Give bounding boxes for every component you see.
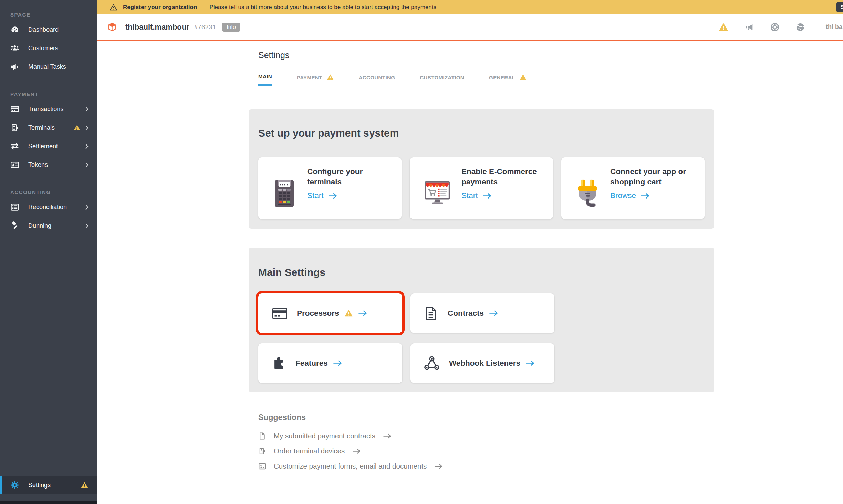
sidebar-bottom-strip [0, 501, 97, 504]
page-title: Settings [258, 50, 289, 60]
tab-label: GENERAL [489, 75, 515, 81]
suggestion-customize-forms[interactable]: Customize payment forms, email and docum… [258, 459, 637, 474]
suggestions-section: Suggestions My submitted payment contrac… [258, 413, 637, 474]
card-title: Enable E-Commerce payments [461, 167, 537, 186]
sidebar-item-customers[interactable]: Customers [0, 39, 97, 57]
info-badge[interactable]: Info [222, 23, 240, 32]
sidebar-section-accounting: ACCOUNTING [10, 189, 97, 195]
tab-label: MAIN [258, 74, 272, 79]
ecommerce-storefront-icon [423, 167, 452, 219]
sidebar-section-payment: PAYMENT [10, 91, 97, 97]
webhook-icon [424, 355, 440, 372]
start-link[interactable]: Start [461, 191, 548, 200]
warning-icon [344, 309, 353, 318]
card-processors[interactable]: Processors [258, 293, 402, 333]
file-icon [258, 432, 266, 440]
sidebar: SPACE Dashboard Customers Manual Tasks P… [0, 0, 97, 504]
suggestion-label: Order terminal devices [274, 447, 345, 455]
arrow-right-icon [489, 310, 498, 317]
tab-main[interactable]: MAIN [258, 74, 272, 86]
sidebar-item-dashboard[interactable]: Dashboard [0, 20, 97, 39]
tab-label: CUSTOMIZATION [420, 75, 464, 81]
globe-icon[interactable] [795, 22, 805, 32]
card-title: Webhook Listeners [449, 359, 520, 368]
card-configure-terminals[interactable]: Configure your terminals Start [258, 157, 402, 219]
sidebar-item-label: Transactions [28, 106, 63, 113]
top-header: thibault.mambour #76231 Info thi ba [97, 14, 843, 41]
sidebar-item-settlement[interactable]: Settlement [0, 137, 97, 156]
chevron-right-icon [85, 205, 89, 210]
sidebar-item-label: Reconciliation [28, 204, 67, 211]
banner-message: Please tell us a bit more about your bus… [209, 4, 436, 11]
link-label: Start [461, 191, 478, 200]
tab-label: ACCOUNTING [359, 75, 395, 81]
chevron-right-icon [85, 162, 89, 168]
megaphone-icon [10, 62, 19, 71]
warning-icon[interactable] [718, 22, 729, 32]
sidebar-item-label: Dunning [28, 222, 51, 229]
tab-general[interactable]: GENERAL [489, 74, 527, 86]
chevron-right-icon [85, 107, 89, 112]
sidebar-item-manual-tasks[interactable]: Manual Tasks [0, 57, 97, 76]
card-title: Configure your terminals [307, 167, 363, 186]
card-contracts[interactable]: Contracts [410, 293, 554, 333]
start-link[interactable]: Start [307, 191, 393, 200]
section-title: Main Settings [258, 267, 705, 278]
arrow-right-icon [383, 433, 392, 439]
puzzle-icon [271, 356, 287, 371]
link-label: Browse [610, 191, 636, 200]
sidebar-item-tokens[interactable]: Tokens [0, 156, 97, 174]
user-label[interactable]: thi ba [826, 23, 842, 31]
card-enable-ecommerce[interactable]: Enable E-Commerce payments Start [410, 157, 553, 219]
sidebar-item-dunning[interactable]: Dunning [0, 216, 97, 235]
arrow-right-icon [333, 360, 342, 366]
card-title: Features [295, 359, 328, 368]
warning-icon [519, 74, 527, 81]
arrow-right-icon [328, 193, 337, 199]
tab-payment[interactable]: PAYMENT [297, 74, 334, 86]
gavel-icon [10, 221, 19, 230]
card-connect-app[interactable]: Connect your app or shopping cart Browse [561, 157, 705, 219]
link-label: Start [307, 191, 324, 200]
browse-link[interactable]: Browse [610, 191, 696, 200]
sidebar-item-terminals[interactable]: Terminals [0, 118, 97, 137]
account-name: thibault.mambour [125, 23, 189, 32]
chevron-right-icon [85, 125, 89, 130]
suggestions-title: Suggestions [258, 413, 637, 422]
transfer-icon [10, 142, 19, 151]
list-icon [10, 203, 19, 212]
card-webhook-listeners[interactable]: Webhook Listeners [410, 343, 554, 383]
arrow-right-icon [434, 463, 443, 469]
card-title: Connect your app or shopping cart [610, 167, 686, 186]
suggestion-label: Customize payment forms, email and docum… [274, 462, 427, 470]
warning-icon [73, 124, 81, 131]
sidebar-item-transactions[interactable]: Transactions [0, 100, 97, 118]
chevron-right-icon [85, 223, 89, 228]
sidebar-item-reconciliation[interactable]: Reconciliation [0, 198, 97, 216]
lifebuoy-icon[interactable] [770, 22, 780, 32]
id-card-icon [10, 160, 19, 169]
arrow-right-icon [352, 448, 361, 454]
credit-card-icon [271, 305, 288, 322]
tab-accounting[interactable]: ACCOUNTING [359, 74, 395, 86]
card-features[interactable]: Features [258, 343, 402, 383]
settings-tabs: MAIN PAYMENT ACCOUNTING CUSTOMIZATION GE… [258, 74, 527, 86]
sidebar-item-label: Settlement [28, 143, 58, 150]
banner-title: Register your organization [123, 4, 197, 11]
sidebar-item-label: Dashboard [28, 26, 59, 33]
arrow-right-icon [482, 193, 492, 199]
megaphone-icon[interactable] [745, 22, 754, 32]
tab-customization[interactable]: CUSTOMIZATION [420, 74, 464, 86]
banner-cut-button[interactable]: S [836, 2, 843, 12]
chevron-right-icon [85, 144, 89, 149]
sidebar-item-settings[interactable]: Settings [0, 476, 97, 494]
suggestion-order-terminals[interactable]: Order terminal devices [258, 443, 637, 459]
credit-card-icon [10, 105, 19, 114]
arrow-right-icon [525, 360, 535, 366]
sidebar-item-label: Terminals [28, 124, 55, 131]
suggestion-submitted-contracts[interactable]: My submitted payment contracts [258, 428, 637, 443]
gear-icon [10, 481, 19, 490]
sidebar-item-label: Tokens [28, 161, 48, 169]
sidebar-section-space: SPACE [10, 12, 97, 18]
sidebar-item-label: Customers [28, 45, 58, 52]
